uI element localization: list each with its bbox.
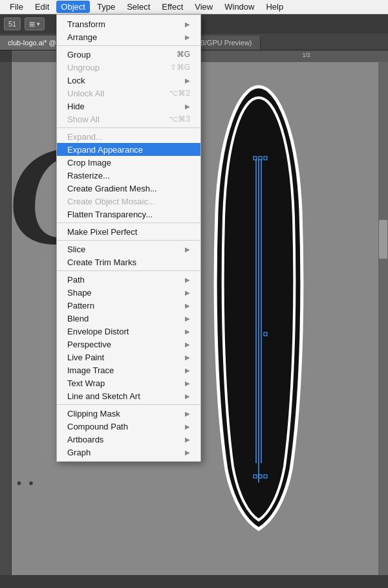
menu-item-group-label: Group [67,50,166,60]
menu-help[interactable]: Help [261,1,288,13]
menu-item-blend-label: Blend [67,314,185,323]
menu-item-rasterize[interactable]: Rasterize... [57,169,200,182]
separator-5 [57,270,200,271]
toolbar-layout-btn[interactable]: ⊞ ▾ [25,17,45,30]
menu-item-arrange-label: Arrange [67,32,185,42]
menu-item-perspective-arrow: ▶ [185,341,190,348]
menu-item-flatten-transparency[interactable]: Flatten Transparency... [57,208,200,221]
menu-item-artboards[interactable]: Artboards ▶ [57,433,200,446]
menu-window[interactable]: Window [220,1,259,13]
menu-item-gradient-mesh[interactable]: Create Gradient Mesh... [57,182,200,195]
menu-item-live-paint-arrow: ▶ [185,354,190,361]
menu-item-line-sketch[interactable]: Line and Sketch Art ▶ [57,389,200,402]
menu-item-hide-label: Hide [67,102,185,111]
toolbar-size-btn[interactable]: 51 [4,17,21,30]
menu-item-text-wrap[interactable]: Text Wrap ▶ [57,376,200,389]
menu-item-text-wrap-label: Text Wrap [67,378,185,388]
menu-item-artboards-label: Artboards [67,435,185,444]
menu-item-perspective[interactable]: Perspective ▶ [57,338,200,351]
menu-select[interactable]: Select [122,1,155,13]
menu-item-slice[interactable]: Slice ▶ [57,243,200,256]
menu-item-perspective-label: Perspective [67,340,185,349]
separator-1 [57,45,200,46]
menu-item-show-all[interactable]: Show All ⌥⌘3 [57,113,200,125]
menu-item-image-trace-label: Image Trace [67,365,185,375]
menu-item-create-trim-marks-label: Create Trim Marks [67,257,190,267]
ruler-label-2: 1/2 [302,52,310,58]
menu-item-show-all-label: Show All [67,114,158,124]
menu-item-object-mosaic-label: Create Object Mosaic... [67,197,190,206]
menu-item-transform[interactable]: Transform ▶ [57,17,200,30]
menu-item-compound-path[interactable]: Compound Path ▶ [57,420,200,433]
menu-item-slice-label: Slice [67,245,185,254]
separator-3 [57,223,200,223]
menu-item-path-label: Path [67,275,185,285]
menu-item-clipping-mask[interactable]: Clipping Mask ▶ [57,407,200,420]
scrollbar-thumb[interactable] [379,220,387,259]
menu-item-clipping-mask-arrow: ▶ [185,410,190,417]
menu-item-line-sketch-label: Line and Sketch Art [67,391,185,401]
menu-item-flatten-transparency-label: Flatten Transparency... [67,210,190,219]
dropdown-menu: Transform ▶ Arrange ▶ Group ⌘G Ungroup ⇧… [56,14,201,462]
menu-item-compound-path-arrow: ▶ [185,423,190,430]
menu-item-envelope-distort-label: Envelope Distort [67,327,185,336]
menu-effect[interactable]: Effect [157,1,188,13]
menu-item-shape[interactable]: Shape ▶ [57,286,200,299]
menu-item-graph-arrow: ▶ [185,449,190,456]
menu-item-clipping-mask-label: Clipping Mask [67,409,185,419]
menu-edit[interactable]: Edit [30,1,54,13]
menu-item-text-wrap-arrow: ▶ [185,380,190,387]
menu-item-expand-appearance-label: Expand Appearance [67,145,190,155]
menu-type[interactable]: Type [92,1,120,13]
menu-item-path[interactable]: Path ▶ [57,273,200,286]
dots-decoration: • • [17,476,36,491]
menu-item-hide[interactable]: Hide ▶ [57,100,200,113]
menu-object[interactable]: Object [56,1,90,13]
menu-item-image-trace[interactable]: Image Trace ▶ [57,364,200,376]
menu-view[interactable]: View [190,1,217,13]
menu-item-shape-label: Shape [67,288,185,298]
menu-item-compound-path-label: Compound Path [67,422,185,431]
menu-item-live-paint[interactable]: Live Paint ▶ [57,351,200,364]
menu-item-lock-arrow: ▶ [185,77,190,84]
menu-item-group-shortcut: ⌘G [177,50,190,59]
menu-item-crop-image[interactable]: Crop Image [57,156,200,169]
menu-item-expand-label: Expand... [67,132,190,142]
menu-item-arrange[interactable]: Arrange ▶ [57,30,200,43]
menu-item-shape-arrow: ▶ [185,289,190,296]
menu-item-arrange-arrow: ▶ [185,34,190,41]
menu-item-lock-label: Lock [67,76,185,85]
surfboard-container [207,82,336,586]
menu-item-expand-appearance[interactable]: Expand Appearance [57,143,200,156]
menu-item-transform-label: Transform [67,19,185,29]
menu-item-crop-image-label: Crop Image [67,158,190,168]
menu-item-lock[interactable]: Lock ▶ [57,74,200,87]
menu-item-expand[interactable]: Expand... [57,130,200,143]
menu-item-pixel-perfect[interactable]: Make Pixel Perfect [57,225,200,238]
separator-6 [57,404,200,405]
menu-item-unlock-all-shortcut: ⌥⌘2 [169,89,190,98]
menu-item-blend[interactable]: Blend ▶ [57,312,200,325]
toolbar-layout-icon: ⊞ [29,20,35,28]
menu-item-transform-arrow: ▶ [185,21,190,28]
menu-item-hide-arrow: ▶ [185,103,190,110]
menu-item-pattern-arrow: ▶ [185,302,190,309]
status-bar [0,575,388,588]
menu-item-graph[interactable]: Graph ▶ [57,446,200,459]
menu-item-show-all-shortcut: ⌥⌘3 [169,114,190,124]
menu-item-ungroup[interactable]: Ungroup ⇧⌘G [57,61,200,74]
menu-item-object-mosaic[interactable]: Create Object Mosaic... [57,195,200,208]
menu-item-slice-arrow: ▶ [185,246,190,253]
menu-item-pattern[interactable]: Pattern ▶ [57,299,200,312]
menu-item-envelope-distort[interactable]: Envelope Distort ▶ [57,325,200,338]
separator-2 [57,127,200,128]
menu-item-pattern-label: Pattern [67,301,185,310]
separator-4 [57,240,200,241]
menu-item-create-trim-marks[interactable]: Create Trim Marks [57,256,200,268]
left-sidebar [0,62,12,575]
menu-item-unlock-all[interactable]: Unlock All ⌥⌘2 [57,87,200,100]
scrollbar-v[interactable] [378,62,388,588]
toolbar-size-label: 51 [8,20,16,28]
menu-item-group[interactable]: Group ⌘G [57,48,200,61]
menu-file[interactable]: File [5,1,28,13]
